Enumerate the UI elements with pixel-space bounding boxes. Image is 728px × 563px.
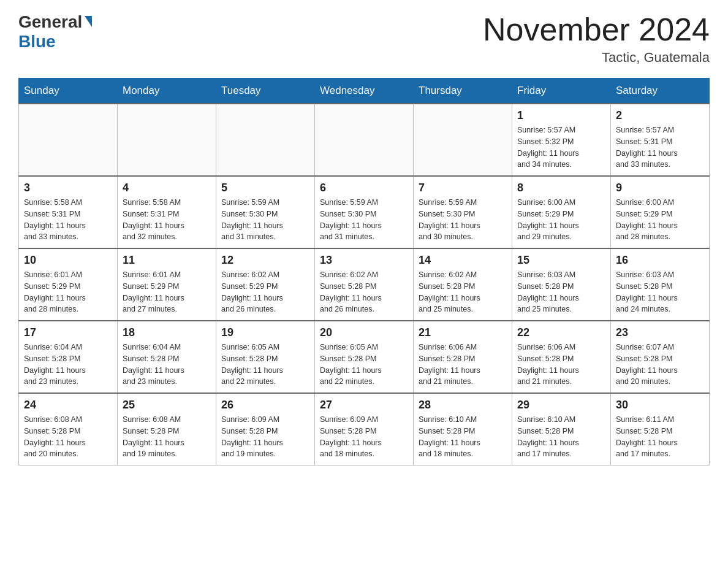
calendar-cell: 16Sunrise: 6:03 AMSunset: 5:28 PMDayligh…	[611, 248, 710, 321]
day-number: 11	[123, 254, 211, 267]
day-info: Sunrise: 6:10 AMSunset: 5:28 PMDaylight:…	[517, 414, 605, 460]
day-info: Sunrise: 5:59 AMSunset: 5:30 PMDaylight:…	[221, 197, 309, 243]
calendar-cell: 11Sunrise: 6:01 AMSunset: 5:29 PMDayligh…	[118, 248, 216, 321]
calendar-cell: 19Sunrise: 6:05 AMSunset: 5:28 PMDayligh…	[216, 321, 315, 393]
day-info: Sunrise: 6:09 AMSunset: 5:28 PMDaylight:…	[320, 414, 408, 460]
day-number: 30	[616, 399, 704, 412]
day-number: 27	[320, 399, 408, 412]
day-number: 15	[517, 254, 605, 267]
day-number: 1	[517, 109, 605, 122]
day-number: 20	[320, 326, 408, 339]
day-number: 9	[616, 182, 704, 194]
day-number: 21	[419, 326, 507, 339]
logo-general-text: General	[18, 12, 82, 32]
day-number: 23	[616, 326, 704, 339]
day-info: Sunrise: 6:04 AMSunset: 5:28 PMDaylight:…	[24, 342, 112, 388]
day-info: Sunrise: 6:10 AMSunset: 5:28 PMDaylight:…	[419, 414, 507, 460]
page-header: General Blue November 2024 Tactic, Guate…	[18, 12, 710, 66]
calendar-cell: 24Sunrise: 6:08 AMSunset: 5:28 PMDayligh…	[19, 393, 118, 465]
week-row-3: 10Sunrise: 6:01 AMSunset: 5:29 PMDayligh…	[19, 248, 710, 321]
week-row-2: 3Sunrise: 5:58 AMSunset: 5:31 PMDaylight…	[19, 176, 710, 248]
calendar-cell: 18Sunrise: 6:04 AMSunset: 5:28 PMDayligh…	[118, 321, 216, 393]
logo-arrow-icon	[85, 16, 92, 27]
calendar-cell: 27Sunrise: 6:09 AMSunset: 5:28 PMDayligh…	[315, 393, 414, 465]
day-number: 28	[419, 399, 507, 412]
calendar-cell: 2Sunrise: 5:57 AMSunset: 5:31 PMDaylight…	[611, 104, 710, 176]
day-number: 3	[24, 182, 112, 194]
weekday-header-sunday: Sunday	[19, 79, 118, 104]
day-number: 26	[221, 399, 309, 412]
day-info: Sunrise: 5:59 AMSunset: 5:30 PMDaylight:…	[419, 197, 507, 243]
day-info: Sunrise: 6:01 AMSunset: 5:29 PMDaylight:…	[123, 269, 211, 315]
calendar-cell: 9Sunrise: 6:00 AMSunset: 5:29 PMDaylight…	[611, 176, 710, 248]
day-info: Sunrise: 5:58 AMSunset: 5:31 PMDaylight:…	[123, 197, 211, 243]
day-info: Sunrise: 6:00 AMSunset: 5:29 PMDaylight:…	[616, 197, 704, 243]
calendar-cell	[118, 104, 216, 176]
calendar-cell	[19, 104, 118, 176]
day-number: 4	[123, 182, 211, 194]
day-info: Sunrise: 5:57 AMSunset: 5:31 PMDaylight:…	[616, 124, 704, 170]
calendar-cell: 5Sunrise: 5:59 AMSunset: 5:30 PMDaylight…	[216, 176, 315, 248]
day-number: 29	[517, 399, 605, 412]
calendar-table: SundayMondayTuesdayWednesdayThursdayFrid…	[18, 78, 710, 465]
calendar-cell: 26Sunrise: 6:09 AMSunset: 5:28 PMDayligh…	[216, 393, 315, 465]
day-number: 14	[419, 254, 507, 267]
logo-blue-text: Blue	[18, 32, 56, 51]
day-number: 10	[24, 254, 112, 267]
day-info: Sunrise: 6:05 AMSunset: 5:28 PMDaylight:…	[221, 342, 309, 388]
calendar-cell: 13Sunrise: 6:02 AMSunset: 5:28 PMDayligh…	[315, 248, 414, 321]
calendar-cell	[216, 104, 315, 176]
calendar-cell: 12Sunrise: 6:02 AMSunset: 5:29 PMDayligh…	[216, 248, 315, 321]
day-info: Sunrise: 5:59 AMSunset: 5:30 PMDaylight:…	[320, 197, 408, 243]
day-info: Sunrise: 6:03 AMSunset: 5:28 PMDaylight:…	[616, 269, 704, 315]
week-row-5: 24Sunrise: 6:08 AMSunset: 5:28 PMDayligh…	[19, 393, 710, 465]
calendar-cell: 29Sunrise: 6:10 AMSunset: 5:28 PMDayligh…	[512, 393, 611, 465]
calendar-cell: 21Sunrise: 6:06 AMSunset: 5:28 PMDayligh…	[414, 321, 512, 393]
calendar-cell: 10Sunrise: 6:01 AMSunset: 5:29 PMDayligh…	[19, 248, 118, 321]
calendar-cell: 8Sunrise: 6:00 AMSunset: 5:29 PMDaylight…	[512, 176, 611, 248]
day-number: 19	[221, 326, 309, 339]
week-row-4: 17Sunrise: 6:04 AMSunset: 5:28 PMDayligh…	[19, 321, 710, 393]
weekday-header-saturday: Saturday	[611, 79, 710, 104]
day-number: 25	[123, 399, 211, 412]
location-label: Tactic, Guatemala	[483, 50, 710, 66]
calendar-cell: 14Sunrise: 6:02 AMSunset: 5:28 PMDayligh…	[414, 248, 512, 321]
weekday-header-row: SundayMondayTuesdayWednesdayThursdayFrid…	[19, 79, 710, 104]
calendar-cell	[414, 104, 512, 176]
day-number: 5	[221, 182, 309, 194]
day-number: 13	[320, 254, 408, 267]
calendar-cell: 7Sunrise: 5:59 AMSunset: 5:30 PMDaylight…	[414, 176, 512, 248]
weekday-header-monday: Monday	[118, 79, 216, 104]
calendar-cell: 22Sunrise: 6:06 AMSunset: 5:28 PMDayligh…	[512, 321, 611, 393]
day-info: Sunrise: 6:07 AMSunset: 5:28 PMDaylight:…	[616, 342, 704, 388]
day-info: Sunrise: 6:01 AMSunset: 5:29 PMDaylight:…	[24, 269, 112, 315]
calendar-cell: 30Sunrise: 6:11 AMSunset: 5:28 PMDayligh…	[611, 393, 710, 465]
day-info: Sunrise: 6:02 AMSunset: 5:28 PMDaylight:…	[419, 269, 507, 315]
calendar-cell: 1Sunrise: 5:57 AMSunset: 5:32 PMDaylight…	[512, 104, 611, 176]
day-number: 18	[123, 326, 211, 339]
logo: General Blue	[18, 12, 92, 52]
calendar-cell: 4Sunrise: 5:58 AMSunset: 5:31 PMDaylight…	[118, 176, 216, 248]
day-number: 7	[419, 182, 507, 194]
weekday-header-friday: Friday	[512, 79, 611, 104]
calendar-cell: 23Sunrise: 6:07 AMSunset: 5:28 PMDayligh…	[611, 321, 710, 393]
day-info: Sunrise: 6:03 AMSunset: 5:28 PMDaylight:…	[517, 269, 605, 315]
day-info: Sunrise: 6:05 AMSunset: 5:28 PMDaylight:…	[320, 342, 408, 388]
calendar-cell: 6Sunrise: 5:59 AMSunset: 5:30 PMDaylight…	[315, 176, 414, 248]
month-title: November 2024	[483, 12, 710, 47]
calendar-cell: 3Sunrise: 5:58 AMSunset: 5:31 PMDaylight…	[19, 176, 118, 248]
week-row-1: 1Sunrise: 5:57 AMSunset: 5:32 PMDaylight…	[19, 104, 710, 176]
day-info: Sunrise: 6:02 AMSunset: 5:29 PMDaylight:…	[221, 269, 309, 315]
calendar-cell: 25Sunrise: 6:08 AMSunset: 5:28 PMDayligh…	[118, 393, 216, 465]
day-number: 6	[320, 182, 408, 194]
day-info: Sunrise: 6:00 AMSunset: 5:29 PMDaylight:…	[517, 197, 605, 243]
day-info: Sunrise: 6:08 AMSunset: 5:28 PMDaylight:…	[123, 414, 211, 460]
calendar-cell: 15Sunrise: 6:03 AMSunset: 5:28 PMDayligh…	[512, 248, 611, 321]
day-number: 12	[221, 254, 309, 267]
day-info: Sunrise: 6:11 AMSunset: 5:28 PMDaylight:…	[616, 414, 704, 460]
weekday-header-wednesday: Wednesday	[315, 79, 414, 104]
day-info: Sunrise: 6:06 AMSunset: 5:28 PMDaylight:…	[517, 342, 605, 388]
calendar-cell: 20Sunrise: 6:05 AMSunset: 5:28 PMDayligh…	[315, 321, 414, 393]
calendar-cell	[315, 104, 414, 176]
weekday-header-thursday: Thursday	[414, 79, 512, 104]
